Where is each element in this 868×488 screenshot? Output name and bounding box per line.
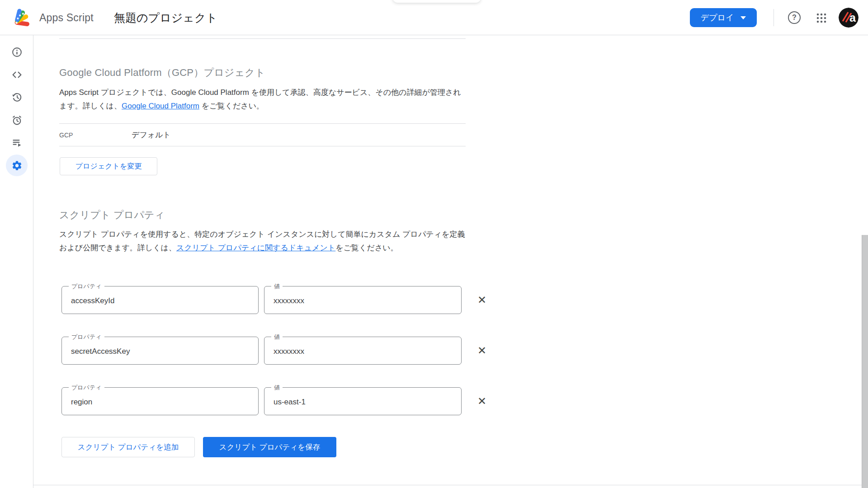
property-name-field: プロパティ	[61, 337, 259, 365]
gcp-row-value: デフォルト	[132, 130, 171, 140]
property-name-input[interactable]	[62, 388, 258, 415]
script-properties-description-text-after: をご覧ください。	[335, 244, 398, 252]
property-row: プロパティ 値 ✕	[59, 337, 498, 365]
project-title[interactable]: 無題のプロジェクト	[114, 0, 217, 35]
script-properties-title: スクリプト プロパティ	[59, 208, 165, 222]
gcp-row-label: GCP	[59, 131, 132, 139]
avatar[interactable]: a	[839, 8, 859, 28]
top-notch-shadow	[392, 0, 481, 3]
property-value-input[interactable]	[264, 388, 461, 415]
property-name-field: プロパティ	[61, 387, 259, 415]
sidebar-item-triggers[interactable]	[6, 109, 28, 131]
apps-script-settings-page: Apps Script 無題のプロジェクト デプロイ ?	[0, 0, 868, 488]
save-script-properties-button[interactable]: スクリプト プロパティを保存	[203, 437, 336, 457]
apps-grid-icon[interactable]	[816, 13, 827, 23]
property-row: プロパティ 値 ✕	[59, 286, 498, 314]
help-icon[interactable]: ?	[788, 11, 801, 24]
sidebar-item-overview[interactable]	[6, 41, 28, 63]
gcp-section-description: Apps Script プロジェクトでは、Google Cloud Platfo…	[59, 86, 469, 113]
property-name-field: プロパティ	[61, 286, 259, 314]
code-icon	[11, 69, 23, 80]
gcp-project-row: GCP デフォルト	[59, 123, 466, 146]
vertical-scrollbar-thumb[interactable]	[862, 235, 868, 488]
executions-icon	[11, 137, 23, 149]
history-icon	[11, 92, 23, 103]
value-field-label: 値	[271, 282, 283, 290]
value-field-label: 値	[271, 384, 283, 391]
property-field-label: プロパティ	[69, 333, 104, 341]
info-icon	[11, 47, 23, 58]
property-field-label: プロパティ	[69, 384, 104, 391]
section-divider-top	[59, 38, 466, 39]
script-properties-description: スクリプト プロパティを使用すると、特定のオブジェクト インスタンスに対して簡単…	[59, 228, 469, 255]
brand[interactable]: Apps Script	[11, 0, 94, 35]
header-divider	[774, 9, 774, 26]
chevron-down-icon	[741, 16, 746, 19]
sidebar-item-editor[interactable]	[6, 64, 28, 85]
app-header: Apps Script 無題のプロジェクト デプロイ ?	[0, 0, 868, 35]
property-value-field: 値	[264, 286, 462, 314]
gcp-description-text-after: をご覧ください。	[199, 102, 264, 110]
remove-row-icon[interactable]: ✕	[473, 291, 491, 309]
property-row: プロパティ 値 ✕	[59, 387, 498, 415]
property-value-input[interactable]	[264, 286, 461, 314]
change-project-button[interactable]: プロジェクトを変更	[60, 157, 157, 175]
gcp-link[interactable]: Google Cloud Platform	[122, 102, 199, 110]
add-script-property-button[interactable]: スクリプト プロパティを追加	[61, 437, 195, 457]
gear-icon	[11, 160, 23, 171]
remove-row-icon[interactable]: ✕	[473, 392, 491, 410]
sidebar-item-executions[interactable]	[6, 132, 28, 154]
help-glyph: ?	[792, 14, 797, 22]
apps-script-logo-icon	[11, 7, 32, 28]
remove-row-icon[interactable]: ✕	[473, 342, 491, 360]
sidebar	[0, 35, 33, 488]
deploy-button[interactable]: デプロイ	[690, 8, 757, 27]
deploy-button-label: デプロイ	[701, 12, 734, 23]
property-name-input[interactable]	[62, 286, 258, 314]
avatar-letter: a	[849, 11, 856, 24]
script-properties-doc-link[interactable]: スクリプト プロパティに関するドキュメント	[176, 244, 335, 252]
brand-name: Apps Script	[39, 12, 94, 24]
sidebar-item-settings[interactable]	[6, 155, 28, 176]
property-value-input[interactable]	[264, 337, 461, 364]
bottom-divider	[33, 485, 868, 485]
property-value-field: 値	[264, 387, 462, 415]
property-name-input[interactable]	[62, 337, 258, 364]
gcp-section-title: Google Cloud Platform（GCP）プロジェクト	[59, 66, 265, 80]
property-field-label: プロパティ	[69, 282, 104, 290]
alarm-icon	[11, 115, 23, 126]
value-field-label: 値	[271, 333, 283, 341]
property-value-field: 値	[264, 337, 462, 365]
sidebar-item-project-history[interactable]	[6, 86, 28, 108]
